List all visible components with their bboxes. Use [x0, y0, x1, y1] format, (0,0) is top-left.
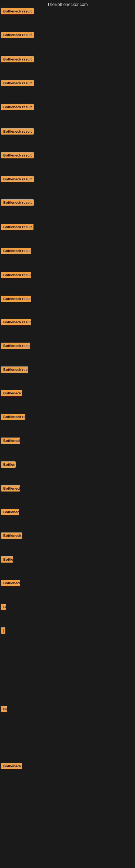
bottleneck-item-27[interactable]: |	[1, 627, 5, 635]
bottleneck-badge-23[interactable]: Bottleneck r	[1, 532, 22, 539]
bottleneck-badge-6[interactable]: Bottleneck result	[1, 128, 34, 134]
bottleneck-badge-3[interactable]: Bottleneck result	[1, 56, 34, 62]
bottleneck-badge-20[interactable]: Bottlen	[1, 461, 16, 468]
bottleneck-badge-14[interactable]: Bottleneck result	[1, 319, 31, 325]
bottleneck-badge-22[interactable]: Bottlenec	[1, 509, 18, 515]
bottleneck-badge-8[interactable]: Bottleneck result	[1, 176, 34, 182]
bottleneck-item-25[interactable]: Bottleneck	[1, 580, 20, 587]
bottleneck-badge-7[interactable]: Bottleneck result	[1, 152, 34, 158]
site-title: TheBottlenecker.com	[0, 0, 135, 8]
bottleneck-item-8[interactable]: Bottleneck result	[1, 176, 34, 183]
bottleneck-item-4[interactable]: Bottleneck result	[1, 80, 34, 87]
bottleneck-badge-19[interactable]: Bottleneck	[1, 437, 20, 444]
bottleneck-badge-29[interactable]: Bottleneck r	[1, 763, 22, 769]
bottleneck-item-11[interactable]: Bottleneck result	[1, 248, 31, 255]
bottleneck-item-24[interactable]: Bottle	[1, 556, 13, 564]
bottleneck-item-16[interactable]: Bottleneck resul	[1, 367, 28, 374]
bottleneck-item-18[interactable]: Bottleneck res	[1, 414, 26, 421]
bottleneck-badge-17[interactable]: Bottleneck r	[1, 390, 22, 396]
bottleneck-item-12[interactable]: Bottleneck result	[1, 272, 31, 279]
bottleneck-item-21[interactable]: Bottleneck	[1, 485, 20, 493]
site-title-container: TheBottlenecker.com	[0, 0, 135, 8]
bottleneck-badge-2[interactable]: Bottleneck result	[1, 32, 34, 38]
bottleneck-item-13[interactable]: Bottleneck result	[1, 296, 31, 303]
bottleneck-badge-28[interactable]: Bo	[1, 706, 7, 712]
bottleneck-item-22[interactable]: Bottlenec	[1, 509, 18, 516]
bottleneck-badge-16[interactable]: Bottleneck resul	[1, 367, 28, 373]
bottleneck-badge-26[interactable]: B	[1, 604, 6, 610]
bottleneck-item-23[interactable]: Bottleneck r	[1, 532, 22, 540]
bottleneck-item-20[interactable]: Bottlen	[1, 461, 16, 469]
bottleneck-badge-5[interactable]: Bottleneck result	[1, 104, 34, 110]
bottleneck-item-15[interactable]: Bottleneck result	[1, 343, 30, 350]
bottleneck-item-5[interactable]: Bottleneck result	[1, 104, 34, 111]
bottleneck-item-17[interactable]: Bottleneck r	[1, 390, 22, 397]
bottleneck-badge-10[interactable]: Bottleneck result	[1, 224, 34, 230]
bottleneck-badge-1[interactable]: Bottleneck result	[1, 8, 34, 14]
bottleneck-badge-24[interactable]: Bottle	[1, 556, 13, 563]
bottleneck-item-9[interactable]: Bottleneck result	[1, 199, 34, 207]
bottleneck-item-19[interactable]: Bottleneck	[1, 437, 20, 445]
bottleneck-item-26[interactable]: B	[1, 604, 6, 611]
bottleneck-item-28[interactable]: Bo	[1, 706, 7, 713]
bottleneck-item-3[interactable]: Bottleneck result	[1, 56, 34, 63]
items-container: Bottleneck resultBottleneck resultBottle…	[0, 8, 135, 863]
bottleneck-item-29[interactable]: Bottleneck r	[1, 763, 22, 770]
bottleneck-badge-12[interactable]: Bottleneck result	[1, 272, 31, 278]
bottleneck-badge-21[interactable]: Bottleneck	[1, 485, 20, 492]
bottleneck-badge-15[interactable]: Bottleneck result	[1, 343, 30, 349]
bottleneck-item-7[interactable]: Bottleneck result	[1, 152, 34, 159]
bottleneck-badge-4[interactable]: Bottleneck result	[1, 80, 34, 86]
bottleneck-item-14[interactable]: Bottleneck result	[1, 319, 31, 326]
bottleneck-badge-18[interactable]: Bottleneck res	[1, 414, 26, 420]
bottleneck-badge-25[interactable]: Bottleneck	[1, 580, 20, 586]
bottleneck-item-2[interactable]: Bottleneck result	[1, 32, 34, 39]
bottleneck-badge-9[interactable]: Bottleneck result	[1, 199, 34, 206]
bottleneck-item-10[interactable]: Bottleneck result	[1, 224, 34, 231]
bottleneck-item-6[interactable]: Bottleneck result	[1, 128, 34, 135]
bottleneck-badge-13[interactable]: Bottleneck result	[1, 296, 31, 302]
bottleneck-badge-27[interactable]: |	[1, 627, 5, 633]
bottleneck-badge-11[interactable]: Bottleneck result	[1, 248, 31, 254]
bottleneck-item-1[interactable]: Bottleneck result	[1, 8, 34, 16]
